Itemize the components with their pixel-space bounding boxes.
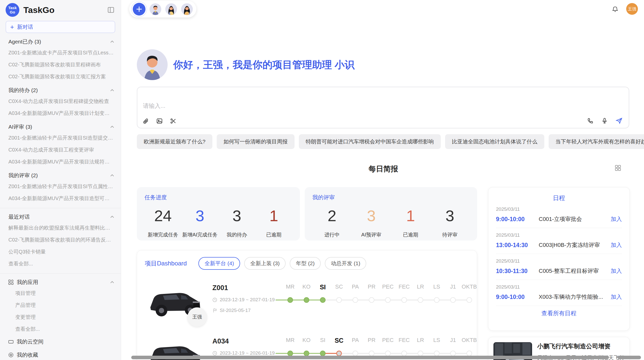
sidebar-item-cloud-space[interactable]: 我的云空间 <box>0 335 121 348</box>
milestone-dot-future <box>466 297 472 303</box>
join-link[interactable]: 加入 <box>611 241 622 249</box>
filter-pill-body[interactable]: 全新上装 (3) <box>244 257 286 270</box>
bell-icon[interactable] <box>612 6 619 12</box>
section-label: 我的应用 <box>17 279 110 286</box>
microphone-icon[interactable] <box>601 117 608 124</box>
section-header-agent-done[interactable]: Agent已办 (3) <box>0 34 121 47</box>
chevron-up-icon <box>110 89 114 92</box>
new-chat-button[interactable]: + 新对话 <box>6 21 115 33</box>
sidebar-item[interactable]: A034-全新新能源MUV产品开发项目造型可行性评审 <box>0 192 121 204</box>
project-code: A034 <box>212 337 282 345</box>
suggestion-chip[interactable]: 当下年轻人对汽车外观有怎样的喜好趋势 <box>549 134 644 149</box>
sidebar-item[interactable]: C0X4-动力总成开发项目工程变更评审 <box>0 144 121 156</box>
sidebar-item[interactable]: A034-全新新能源MUV产品开发项目法规符合性评审 <box>0 156 121 168</box>
sidebar-app-change-mgmt[interactable]: 变更管理 <box>0 311 121 323</box>
send-icon[interactable] <box>616 117 623 124</box>
horizontal-scrollbar-thumb[interactable] <box>131 356 609 359</box>
suggestion-chip[interactable]: 欧洲新规最近颁布了什么? <box>137 134 212 149</box>
sidebar-app-product-mgmt[interactable]: 产品管理 <box>0 299 121 311</box>
filter-pill-powertrain[interactable]: 动总开发 (1) <box>325 257 367 270</box>
sidebar-app-view-all[interactable]: 查看全部... <box>0 323 121 335</box>
suggestion-chip[interactable]: 比亚迪全固态电池计划具体说了什么 <box>445 134 544 149</box>
briefing-cards: 任务进度 24 新增完成任务 3 新增AI完成任务 3 <box>137 187 477 241</box>
attachment-icon[interactable] <box>142 118 149 124</box>
sidebar-item[interactable]: Z001-全新燃油轻卡产品开发项目SI造型提交物评审 <box>0 132 121 144</box>
section-label: 最近对话 <box>8 213 30 220</box>
project-dates: 2023-12-19 ~ 2026-01-19 <box>212 350 282 356</box>
clock-icon <box>212 297 217 302</box>
stat-new-done: 24 新增完成任务 <box>144 207 181 238</box>
sidebar-item-favorites[interactable]: 我的收藏 <box>0 348 121 360</box>
suggestion-chips: 欧洲新规最近颁布了什么? 如何写一份清晰的项目周报 特朗普可能对进口汽车增税会对… <box>137 134 630 149</box>
taskgo-logo: Task Go <box>6 3 19 17</box>
milestone-dot-future <box>336 297 342 303</box>
project-flag: SI-2025-05-17 <box>212 308 282 313</box>
sidebar-item[interactable]: Z001-全新燃油皮卡产品开发项目SI节点Lesson Learn报告 <box>0 47 121 59</box>
stat-ai-pre-review: 3 AI预评审 <box>352 207 391 238</box>
session-avatar-2[interactable] <box>165 3 177 15</box>
schedule-time: 9:00-10:00 <box>496 294 539 301</box>
sidebar-item-view-all[interactable]: 查看全部... <box>0 258 121 270</box>
folder-icon <box>8 339 14 344</box>
phone-icon[interactable] <box>587 117 594 124</box>
right-column: 日程 2025/03/11 9:00-10:00 C001-立项审批会 加入 2… <box>488 187 630 360</box>
schedule-date: 2025/03/11 <box>496 284 622 290</box>
chevron-up-icon <box>110 40 114 43</box>
section-header-recent-chats[interactable]: 最近对话 <box>0 209 121 222</box>
milestone-labels: MRKO SISC PAPR PECFEC LRLS J1OKTB <box>282 337 477 344</box>
layout-grid-icon[interactable] <box>614 164 621 171</box>
milestone-dot-done <box>287 297 293 303</box>
join-link[interactable]: 加入 <box>611 215 622 223</box>
view-all-schedule-link[interactable]: 查看所有日程 <box>496 309 622 317</box>
add-session-button[interactable] <box>133 3 145 16</box>
milestone-dot-current <box>320 297 326 303</box>
center-column: 任务进度 24 新增完成任务 3 新增AI完成任务 3 <box>137 187 477 360</box>
collapse-sidebar-button[interactable] <box>106 5 116 15</box>
project-row[interactable]: 王强 Z001 2023-12-19 ~ 2027-01-19 <box>145 283 469 323</box>
sidebar-item[interactable]: C0X4-动力总成开发项目SI里程碑提交物检查 <box>0 95 121 107</box>
session-avatar-1[interactable] <box>150 3 161 15</box>
schedule-event-title: X003-车辆动力学性能验... <box>539 293 608 301</box>
milestone-timeline: MRKO SISC PAPR PECFEC LRLS J1OKTB <box>282 283 477 303</box>
my-review-card: 我的评审 2 进行中 3 AI预评审 1 <box>305 187 477 241</box>
app-title: TaskGo <box>23 5 102 15</box>
section-label: 我的待办 (2) <box>8 87 38 94</box>
sidebar-item[interactable]: 公司Q3轻卡销量 <box>0 246 121 258</box>
user-avatar[interactable]: 王强 <box>626 3 638 15</box>
briefing-header: 每日简报 <box>137 164 630 173</box>
session-avatar-3[interactable] <box>181 3 193 15</box>
suggestion-chip[interactable]: 如何写一份清晰的项目周报 <box>217 134 295 149</box>
image-icon[interactable] <box>156 118 163 124</box>
project-code: Z001 <box>212 284 282 292</box>
topbar-right: 王强 <box>612 3 638 15</box>
section-header-my-todo[interactable]: 我的待办 (2) <box>0 83 121 95</box>
greeting-text: 你好，王强，我是你的项目管理助理 小识 <box>173 58 355 72</box>
sidebar-item[interactable]: 解释最新出台的欧盟报废车法规再生塑料比例被调至15%... <box>0 222 121 234</box>
sidebar-item[interactable]: A034-全新新能源MUV产品开发项目计划变更表编写 <box>0 107 121 119</box>
section-header-my-review[interactable]: 我的评审 (2) <box>0 168 121 181</box>
milestone-dot-future <box>466 351 472 356</box>
join-link[interactable]: 加入 <box>611 293 622 301</box>
sidebar-item[interactable]: C02-飞腾新能源轻客改款项目立项汇报方案 <box>0 71 121 83</box>
filter-pill-platform[interactable]: 全新平台 (4) <box>198 257 240 270</box>
greeting-block: 你好，王强，我是你的项目管理助理 小识 <box>137 49 630 80</box>
horizontal-scrollbar-thumb-right[interactable] <box>618 356 641 359</box>
chat-input[interactable] <box>142 101 550 113</box>
schedule-event-title: C003|H0B-方案冻结评审 <box>539 241 608 249</box>
sidebar-item[interactable]: C02-飞腾新能源轻客改款项目的闭环通告反馈情况 <box>0 234 121 246</box>
briefing-title: 每日简报 <box>137 164 630 174</box>
sidebar-item[interactable]: C02-飞腾新能源轻客改款项目里程碑画布 <box>0 59 121 71</box>
milestone-dot-future <box>418 351 423 356</box>
scissors-icon[interactable] <box>170 118 177 124</box>
join-link[interactable]: 加入 <box>611 267 622 275</box>
section-header-my-apps[interactable]: 我的应用 <box>0 275 121 287</box>
sidebar-item-label: 我的云空间 <box>17 338 43 345</box>
suggestion-chip[interactable]: 特朗普可能对进口汽车增税会对中国车企造成哪些影响 <box>299 134 441 149</box>
section-header-ai-review[interactable]: AI评审 (3) <box>0 119 121 132</box>
milestone-track <box>282 297 477 303</box>
sidebar-item[interactable]: Z001-全新燃油轻卡产品开发项目SI节点属性5D文件评审 <box>0 181 121 192</box>
filter-pill-year[interactable]: 年型 (2) <box>290 257 321 270</box>
schedule-event-title: C001-立项审批会 <box>539 215 608 223</box>
assistant-avatar <box>137 49 168 80</box>
sidebar-app-project-mgmt[interactable]: 项目管理 <box>0 287 121 299</box>
